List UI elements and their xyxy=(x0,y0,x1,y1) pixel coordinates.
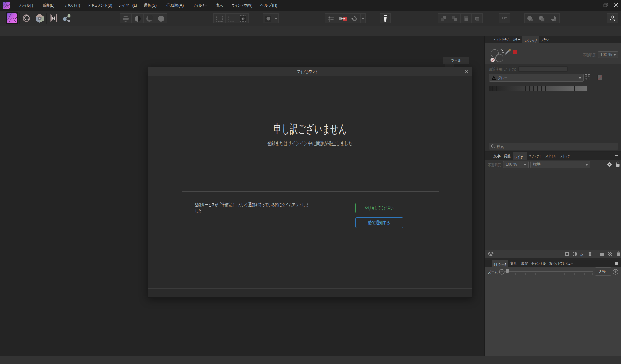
svg-text:fx: fx xyxy=(580,252,584,256)
